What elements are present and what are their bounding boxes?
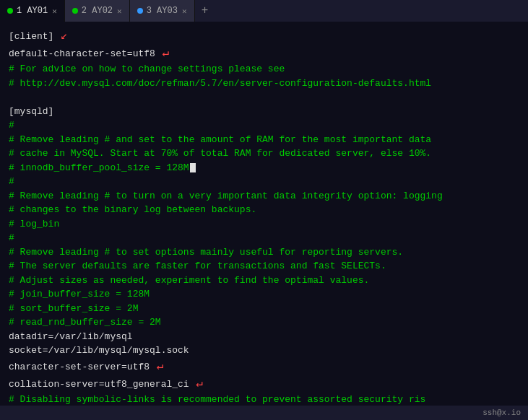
annotation-arrow: ↵ (155, 47, 169, 60)
annotation-arrow: ↙ (53, 30, 67, 43)
editor-line: default-character-set=utf8 ↵ (9, 45, 519, 62)
editor-line (9, 90, 519, 105)
editor-line: # sort_buffer_size = 2M (9, 302, 519, 316)
editor: [client] ↙default-character-set=utf8 ↵# … (0, 22, 528, 406)
tab-ay02[interactable]: 2 AY02✕ (65, 0, 130, 22)
editor-line: # Remove leading # and set to the amount… (9, 133, 519, 147)
annotation-arrow: ↵ (150, 360, 163, 373)
editor-line: # http://dev.mysql.com/doc/refman/5.7/en… (9, 76, 519, 91)
tab-close-button[interactable]: ✕ (117, 6, 122, 16)
tab-dot (7, 8, 13, 14)
editor-line: # Adjust sizes as needed, experiment to … (9, 274, 519, 288)
editor-line: # innodb_buffer_pool_size = 128M (9, 161, 519, 175)
annotation-arrow: ↵ (189, 377, 203, 390)
tab-dot (137, 8, 143, 14)
tab-close-button[interactable]: ✕ (182, 6, 187, 16)
editor-line: # Disabling symbolic-links is recommende… (9, 393, 519, 406)
editor-line: # The server defaults are faster for tra… (9, 259, 519, 274)
editor-line: # Remove leading # to turn on a very imp… (9, 189, 519, 204)
editor-line: # (9, 118, 519, 133)
status-text: ssh@x.io (482, 408, 521, 417)
editor-line: collation-server=utf8_general_ci ↵ (9, 375, 519, 393)
tab-bar: 1 AY01✕2 AY02✕3 AY03✕ + (0, 0, 528, 22)
tab-label: 2 AY02 (82, 6, 113, 16)
editor-line: # Remove leading # to set options mainly… (9, 245, 519, 260)
editor-line: # changes to the binary log between back… (9, 203, 519, 217)
editor-line: datadir=/var/lib/mysql (9, 330, 519, 344)
status-bar: ssh@x.io (0, 406, 528, 420)
tab-dot (72, 8, 78, 14)
editor-line: character-set-server=utf8 ↵ (9, 358, 519, 375)
editor-line: [client] ↙ (9, 27, 519, 45)
editor-line: socket=/var/lib/mysql/mysql.sock (9, 344, 519, 358)
editor-line: # (9, 231, 519, 245)
editor-line: # log_bin (9, 217, 519, 232)
editor-line: # (9, 175, 519, 189)
editor-line: # read_rnd_buffer_size = 2M (9, 315, 519, 330)
editor-line: # join_buffer_size = 128M (9, 287, 519, 302)
editor-line: # cache in MySQL. Start at 70% of total … (9, 146, 519, 161)
text-cursor (190, 163, 196, 172)
tab-label: 1 AY01 (17, 6, 48, 16)
tab-ay03[interactable]: 3 AY03✕ (130, 0, 195, 22)
editor-line: [mysqld] (9, 105, 519, 119)
editor-line: # For advice on how to change settings p… (9, 62, 519, 76)
tab-ay01[interactable]: 1 AY01✕ (0, 0, 65, 22)
tab-label: 3 AY03 (147, 6, 178, 16)
tab-close-button[interactable]: ✕ (52, 6, 57, 16)
add-tab-button[interactable]: + (195, 0, 215, 22)
